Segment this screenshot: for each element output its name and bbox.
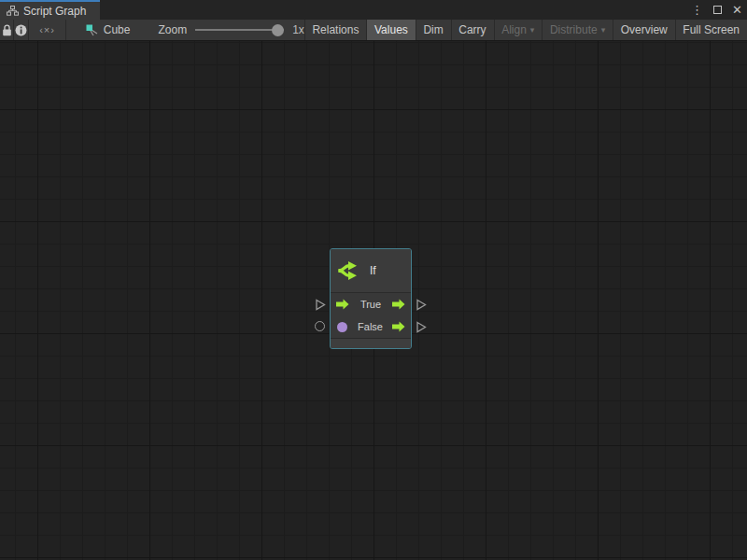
lock-icon [2, 24, 12, 36]
toolbar-separator [65, 20, 66, 40]
maximize-icon[interactable] [713, 6, 722, 14]
code-preview-button[interactable]: ‹×› [29, 20, 65, 40]
node-title: If [370, 264, 376, 277]
relations-button[interactable]: Relations [304, 20, 366, 40]
flow-input-port[interactable] [336, 299, 349, 310]
align-label: Align [501, 23, 527, 36]
external-flow-input-marker[interactable] [316, 299, 326, 311]
dropdown-arrow-icon: ▾ [601, 25, 606, 35]
branch-icon [337, 259, 361, 283]
info-button[interactable] [14, 20, 29, 40]
distribute-dropdown[interactable]: Distribute ▾ [543, 20, 613, 40]
carry-button[interactable]: Carry [451, 20, 493, 40]
close-icon[interactable]: ✕ [732, 4, 742, 16]
graph-toolbar: ‹×› Cube Zoom 1x Relations Values Dim Ca… [0, 20, 747, 41]
overview-button[interactable]: Overview [613, 20, 675, 40]
tab-bar: Script Graph ⋮ ✕ [0, 0, 747, 20]
dropdown-arrow-icon: ▾ [530, 25, 535, 35]
graph-canvas[interactable]: If True False [0, 41, 747, 560]
false-output-port[interactable] [392, 321, 405, 332]
values-button[interactable]: Values [367, 20, 416, 40]
window-menu-icon[interactable]: ⋮ [691, 4, 703, 16]
external-false-output-marker[interactable] [416, 321, 427, 333]
lock-button[interactable] [0, 20, 13, 40]
condition-input-port[interactable] [337, 322, 347, 332]
graph-node-icon [86, 24, 99, 36]
graph-target-selector[interactable]: Cube [82, 20, 134, 40]
port-row-false: False [331, 315, 411, 338]
port-row-true: True [331, 293, 411, 315]
tab-title: Script Graph [23, 5, 86, 18]
external-true-output-marker[interactable] [416, 299, 427, 311]
node-if-footer [331, 338, 411, 348]
dim-button[interactable]: Dim [416, 20, 450, 40]
distribute-label: Distribute [550, 23, 598, 36]
zoom-control: Zoom 1x [158, 20, 303, 40]
zoom-label: Zoom [158, 23, 187, 36]
port-label-true: True [349, 299, 392, 310]
info-icon [15, 24, 27, 36]
window-controls: ⋮ ✕ [691, 0, 742, 20]
external-value-input-marker[interactable] [315, 321, 325, 331]
true-output-port[interactable] [392, 299, 405, 310]
zoom-slider[interactable] [195, 29, 284, 31]
node-if[interactable]: If True False [330, 248, 412, 349]
angle-x-icon: ‹×› [39, 24, 55, 35]
align-dropdown[interactable]: Align ▾ [494, 20, 542, 40]
port-label-false: False [348, 321, 392, 332]
graph-target-label: Cube [104, 23, 131, 36]
zoom-value: 1x [292, 23, 304, 36]
script-graph-window: { "tab": { "title": "Script Graph" }, "w… [0, 0, 747, 560]
graph-hierarchy-icon [7, 6, 19, 16]
zoom-slider-handle[interactable] [272, 24, 284, 36]
fullscreen-button[interactable]: Full Screen [675, 20, 747, 40]
node-if-header[interactable]: If [331, 249, 411, 293]
tab-script-graph[interactable]: Script Graph [0, 0, 100, 20]
